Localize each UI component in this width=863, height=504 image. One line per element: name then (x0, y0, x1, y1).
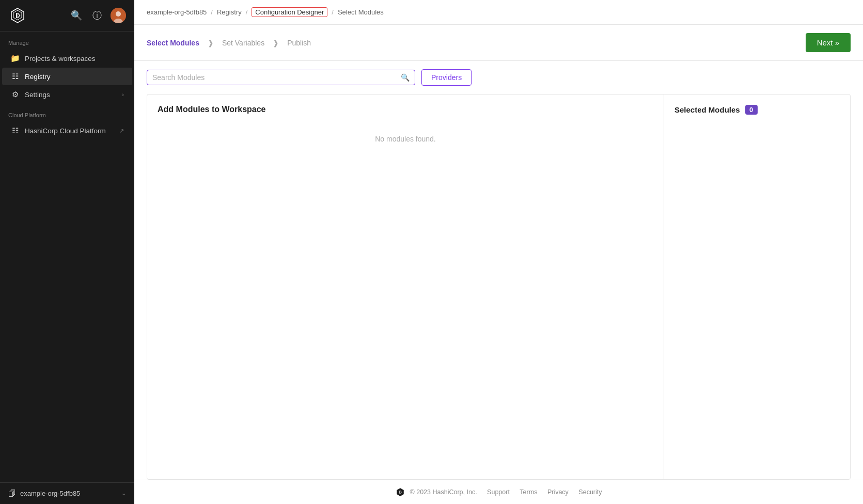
breadcrumb: example-org-5dfb85 / Registry / Configur… (134, 0, 863, 25)
search-button[interactable]: 🔍 (69, 8, 84, 23)
help-button[interactable]: ⓘ (90, 8, 104, 23)
hashicorp-footer-icon (396, 487, 405, 497)
sidebar: 🔍 ⓘ Manage 📁 Projects & workspaces ☷ Reg… (0, 0, 134, 504)
no-modules-message: No modules found. (158, 135, 653, 143)
breadcrumb-current[interactable]: Configuration Designer (252, 7, 327, 17)
sidebar-item-projects[interactable]: 📁 Projects & workspaces (2, 50, 132, 67)
wizard-bar: Select Modules ❱ Set Variables ❱ Publish… (134, 25, 863, 61)
org-switcher[interactable]: 🗍 example-org-5dfb85 ⌄ (0, 482, 134, 504)
providers-button[interactable]: Providers (421, 69, 472, 86)
wizard-step-publish[interactable]: Publish (287, 39, 311, 47)
sidebar-header: 🔍 ⓘ (0, 0, 134, 32)
org-name: example-org-5dfb85 (20, 490, 80, 497)
manage-label: Manage (0, 32, 134, 49)
wizard-steps: Select Modules ❱ Set Variables ❱ Publish (147, 39, 311, 47)
sidebar-item-hashicorp-cloud[interactable]: ☷ HashiCorp Cloud Platform ↗ (2, 122, 132, 139)
cloud-platform-section: Cloud Platform ☷ HashiCorp Cloud Platfor… (0, 104, 134, 140)
hashicorp-cloud-icon: ☷ (10, 126, 20, 135)
svg-rect-0 (16, 13, 18, 18)
breadcrumb-registry[interactable]: Registry (217, 8, 242, 16)
selected-modules-title: Selected Modules (674, 105, 740, 114)
add-modules-title: Add Modules to Workspace (158, 105, 653, 114)
breadcrumb-last: Select Modules (338, 8, 384, 16)
footer-logo (396, 487, 405, 497)
wizard-step-select[interactable]: Select Modules (147, 39, 199, 47)
breadcrumb-sep2: / (246, 8, 248, 16)
breadcrumb-sep1: / (211, 8, 213, 16)
search-filter-row: 🔍 Providers (134, 61, 863, 94)
right-panel-header: Selected Modules 0 (674, 105, 840, 115)
registry-icon: ☷ (10, 72, 20, 81)
wizard-arrow-1: ❱ (208, 39, 214, 47)
footer-security-link[interactable]: Security (578, 489, 602, 496)
wizard-step-variables[interactable]: Set Variables (222, 39, 264, 47)
search-input[interactable] (152, 73, 401, 82)
manage-section: Manage 📁 Projects & workspaces ☷ Registr… (0, 32, 134, 104)
registry-label: Registry (25, 73, 51, 81)
footer-copyright: © 2023 HashiCorp, Inc. (410, 489, 477, 496)
sidebar-top-icons: 🔍 ⓘ (69, 8, 126, 23)
footer-terms-link[interactable]: Terms (520, 489, 537, 496)
svg-rect-4 (399, 491, 400, 494)
sidebar-item-registry[interactable]: ☷ Registry (2, 68, 132, 85)
projects-icon: 📁 (10, 54, 20, 63)
next-button[interactable]: Next » (806, 33, 851, 52)
split-panel: Add Modules to Workspace No modules foun… (147, 94, 851, 480)
footer: © 2023 HashiCorp, Inc. Support Terms Pri… (134, 480, 863, 504)
settings-label: Settings (25, 91, 50, 99)
breadcrumb-sep3: / (332, 8, 334, 16)
cloud-platform-label: Cloud Platform (0, 104, 134, 121)
org-chevron-icon: ⌄ (121, 490, 126, 497)
avatar[interactable] (111, 8, 126, 23)
search-box: 🔍 (147, 70, 415, 85)
selected-count-badge: 0 (745, 105, 758, 115)
footer-privacy-link[interactable]: Privacy (547, 489, 569, 496)
svg-point-2 (116, 11, 121, 17)
logo-icon (8, 6, 27, 25)
breadcrumb-org[interactable]: example-org-5dfb85 (147, 8, 207, 16)
wizard-arrow-2: ❱ (273, 39, 279, 47)
org-icon: 🗍 (8, 489, 16, 498)
settings-chevron-icon: › (122, 91, 124, 98)
right-panel: Selected Modules 0 (664, 94, 850, 479)
hashicorp-cloud-label: HashiCorp Cloud Platform (25, 127, 106, 135)
external-link-icon: ↗ (119, 128, 124, 134)
sidebar-item-settings[interactable]: ⚙ Settings › (2, 86, 132, 103)
search-icon: 🔍 (401, 73, 410, 82)
projects-label: Projects & workspaces (25, 55, 96, 62)
settings-icon: ⚙ (10, 90, 20, 99)
left-panel: Add Modules to Workspace No modules foun… (147, 94, 664, 479)
footer-support-link[interactable]: Support (487, 489, 510, 496)
main-content: example-org-5dfb85 / Registry / Configur… (134, 0, 863, 504)
